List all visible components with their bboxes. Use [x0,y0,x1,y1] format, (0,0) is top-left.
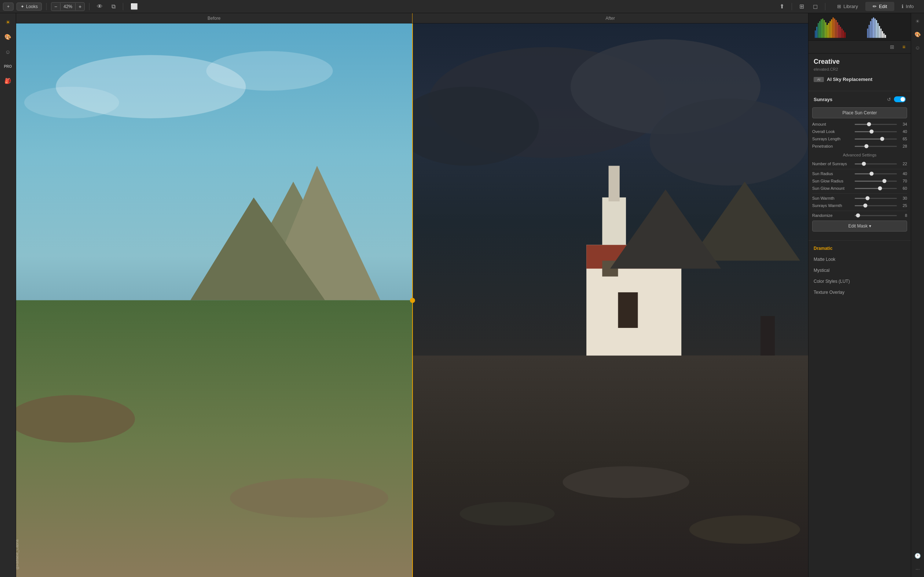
advanced-settings-toggle[interactable]: Advanced Settings [812,151,907,159]
sun-glow-radius-track[interactable] [855,181,897,182]
place-sun-center-button[interactable]: Place Sun Center [812,107,907,118]
color-side-icon[interactable]: 🎨 [913,29,923,40]
section-item-dramatic[interactable]: Dramatic [809,243,911,254]
sunrays-controls: ↺ [887,96,906,102]
svg-rect-51 [869,25,870,38]
sun-glow-amount-label: Sun Glow Amount [812,186,853,190]
num-sunrays-track[interactable] [855,163,897,164]
svg-rect-46 [840,27,841,38]
window-button[interactable]: ◻ [810,2,821,11]
tab-edit[interactable]: ✏ Edit [865,2,894,11]
tab-library[interactable]: ⊞ Library [830,2,865,11]
sunrays-warmth-track[interactable] [855,205,897,206]
svg-rect-62 [885,35,886,38]
face-icon[interactable]: ☺ [2,45,14,58]
sliders-icon[interactable]: ≡ [899,42,909,52]
share-button[interactable]: ⬆ [777,2,787,11]
slider-sun-radius: Sun Radius 40 [812,171,907,176]
sun-glow-amount-track[interactable] [855,188,897,189]
slider-overall-look: Overall Look 40 [812,129,907,134]
svg-point-9 [230,478,388,517]
svg-rect-52 [870,21,871,38]
add-button[interactable]: + [3,3,14,11]
add-icon: + [7,4,10,9]
svg-rect-43 [836,20,837,38]
svg-rect-59 [880,29,882,38]
right-panel: ⊞ ≡ Creative elevated.CR2 AI AI Sky Repl… [808,13,911,577]
crop-button[interactable]: ⬜ [128,2,141,11]
svg-rect-29 [815,31,816,38]
svg-rect-34 [822,19,823,38]
split-divider-handle [410,298,415,303]
sun-side-icon[interactable]: ☀ [913,16,923,26]
pro-icon[interactable]: PRO [2,60,14,73]
sun-icon[interactable]: ☀ [2,16,14,29]
svg-rect-38 [828,23,829,38]
sunrays-length-track[interactable] [855,139,897,140]
sun-warmth-track[interactable] [855,198,897,199]
amount-track[interactable] [855,124,897,125]
svg-rect-44 [837,23,838,38]
divider2 [812,169,907,169]
sunrays-toggle[interactable] [894,96,906,102]
sun-warmth-label: Sun Warmth [812,196,853,200]
smile-side-icon[interactable]: ☺ [913,42,923,53]
svg-rect-60 [882,31,883,38]
watermark: @Raffaele_Cabria [16,540,19,570]
preview-button[interactable]: 👁 [94,2,106,11]
looks-button[interactable]: ✦ Looks [16,3,42,11]
library-icon: ⊞ [837,4,841,9]
edit-mask-label: Edit Mask ▾ [848,224,871,229]
palette-icon[interactable]: 🎨 [2,31,14,43]
zoom-minus-button[interactable]: − [51,3,60,11]
sun-radius-track[interactable] [855,173,897,174]
svg-rect-36 [825,23,826,38]
svg-point-25 [562,466,689,498]
compare-button[interactable]: ⧉ [108,2,118,11]
svg-rect-24 [412,356,808,577]
image-container[interactable]: @Raffaele_Cabria [16,23,808,577]
svg-rect-35 [824,20,825,38]
svg-rect-33 [821,19,822,38]
before-label: Before [16,16,412,21]
ai-badge: AI [814,77,824,82]
reset-icon[interactable]: ↺ [887,97,891,102]
edit-mask-button[interactable]: Edit Mask ▾ [812,221,907,232]
section-item-texture-overlay[interactable]: Texture Overlay [809,287,911,298]
bag-icon[interactable]: 🎒 [2,75,14,87]
svg-rect-17 [609,166,620,201]
section-item-mystical[interactable]: Mystical [809,265,911,276]
sunrays-section: Sunrays ↺ Place Sun Center Amount 34 Ove… [809,93,911,238]
amount-label: Amount [812,122,853,126]
slider-sunrays-warmth: Sunrays Warmth 25 [812,203,907,208]
section-item-matte-look[interactable]: Matte Look [809,254,911,265]
randomize-track[interactable] [855,215,897,216]
sunrays-header: Sunrays ↺ [812,93,907,105]
svg-rect-45 [838,25,840,38]
more-side-icon[interactable]: ··· [913,564,923,574]
randomize-label: Randomize [812,213,853,218]
section-item-color-styles[interactable]: Color Styles (LUT) [809,276,911,287]
randomize-value: 8 [899,213,907,218]
photo-after [412,23,808,577]
penetration-track[interactable] [855,146,897,147]
tab-info[interactable]: ℹ Info [894,2,921,11]
overall-look-track[interactable] [855,131,897,132]
grid-button[interactable]: ⊞ [796,2,807,11]
left-sidebar: ☀ 🎨 ☺ PRO 🎒 [0,13,16,577]
svg-rect-23 [761,316,775,356]
clock-side-icon[interactable]: 🕐 [913,551,923,561]
sun-glow-amount-value: 60 [899,186,907,190]
svg-rect-37 [827,25,827,38]
after-label: After [412,16,809,21]
svg-rect-30 [816,27,817,38]
svg-rect-19 [618,292,638,328]
svg-rect-49 [845,32,845,38]
sunrays-title: Sunrays [814,97,887,102]
sep1 [46,3,47,10]
svg-rect-40 [831,19,832,38]
zoom-plus-button[interactable]: + [76,3,84,11]
layers-icon[interactable]: ⊞ [887,42,897,52]
svg-rect-42 [834,19,835,38]
split-divider[interactable] [412,23,413,577]
